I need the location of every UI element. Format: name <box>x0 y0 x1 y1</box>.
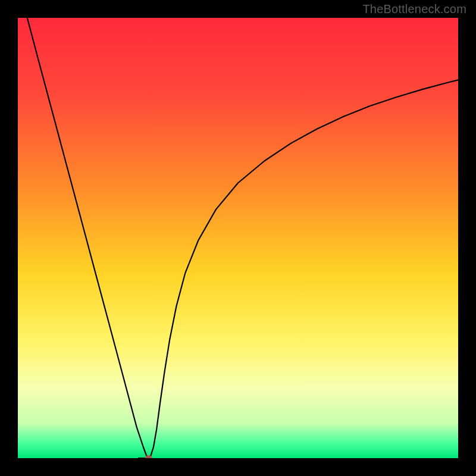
plot-svg <box>18 18 458 458</box>
gradient-background <box>18 18 458 458</box>
plot-area <box>18 18 458 458</box>
chart-frame: TheBottleneck.com <box>0 0 476 476</box>
watermark-text: TheBottleneck.com <box>362 2 466 16</box>
